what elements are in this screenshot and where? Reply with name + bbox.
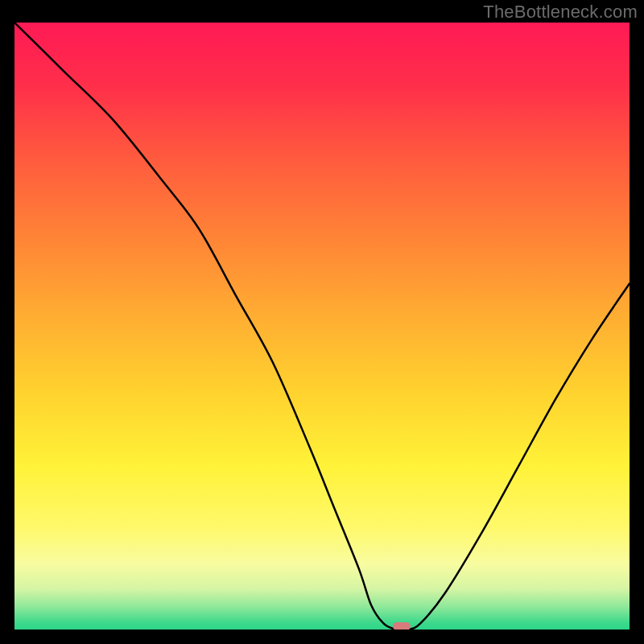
- plot-area: [14, 23, 630, 630]
- bottleneck-curve: [14, 23, 630, 630]
- watermark-text: TheBottleneck.com: [483, 2, 638, 23]
- chart-frame: TheBottleneck.com: [0, 0, 644, 644]
- optimal-marker: [393, 622, 411, 630]
